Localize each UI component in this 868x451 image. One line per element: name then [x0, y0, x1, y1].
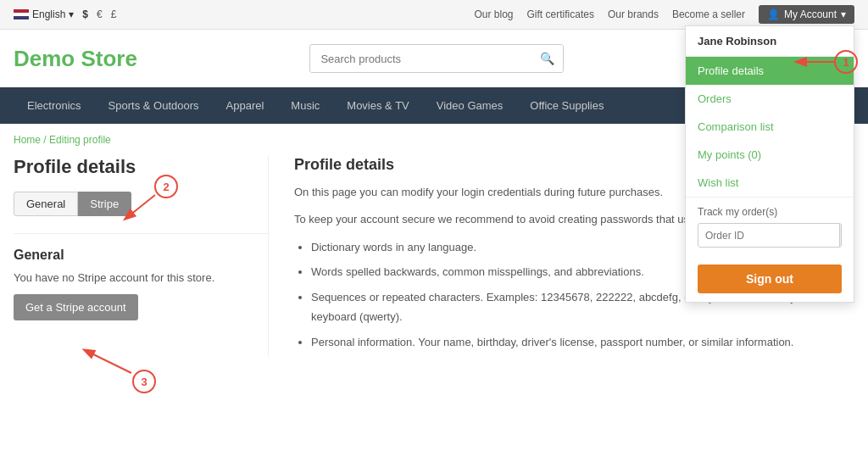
left-panel: Profile details General Stripe General Y…	[14, 156, 268, 357]
get-stripe-account-button[interactable]: Get a Stripe account	[14, 294, 138, 320]
dropdown-user-name: Jane Robinson	[686, 26, 854, 57]
sign-out-button[interactable]: Sign out	[698, 264, 842, 293]
my-account-label: My Account	[784, 8, 837, 20]
nav-gift[interactable]: Gift certificates	[527, 8, 594, 20]
currency-gbp[interactable]: £	[111, 8, 117, 20]
breadcrumb-current: Editing profile	[49, 134, 111, 146]
track-order-section: Track my order(s) ▶	[686, 197, 854, 256]
search-input[interactable]	[310, 46, 531, 72]
nav-seller[interactable]: Become a seller	[672, 8, 745, 20]
list-item: Personal information. Your name, birthda…	[311, 332, 854, 352]
track-order-button[interactable]: ▶	[839, 224, 842, 247]
chevron-down-icon: ▾	[69, 8, 74, 20]
breadcrumb-home[interactable]: Home	[14, 134, 41, 146]
divider	[14, 233, 268, 234]
nav-office[interactable]: Office Supplies	[516, 87, 617, 124]
nav-video-games[interactable]: Video Games	[423, 87, 517, 124]
stripe-text: You have no Stripe account for this stor…	[14, 271, 268, 284]
dropdown-wishlist[interactable]: Wish list	[686, 169, 854, 197]
page-title: Profile details	[14, 156, 268, 178]
my-account-button[interactable]: 👤 My Account ▾	[759, 5, 854, 24]
dropdown-orders[interactable]: Orders	[686, 85, 854, 113]
logo-demo: Demo	[14, 46, 75, 71]
logo-store: Store	[75, 46, 137, 71]
nav-movies[interactable]: Movies & TV	[333, 87, 422, 124]
nav-brands[interactable]: Our brands	[608, 8, 659, 20]
account-dropdown: Jane Robinson Profile details Orders Com…	[685, 25, 854, 303]
order-id-input[interactable]	[698, 225, 839, 247]
dropdown-points[interactable]: My points (0)	[686, 141, 854, 169]
nav-blog[interactable]: Our blog	[475, 8, 514, 20]
track-order-input-wrapper: ▶	[698, 223, 842, 248]
top-bar-left: English ▾ $ € £	[14, 8, 116, 20]
flag-icon	[14, 9, 29, 19]
section-title: General	[14, 248, 268, 263]
tab-general[interactable]: General	[14, 192, 78, 216]
track-order-label: Track my order(s)	[698, 206, 842, 218]
currency-usd[interactable]: $	[82, 8, 88, 20]
tab-stripe[interactable]: Stripe	[78, 192, 131, 216]
top-bar-right: Our blog Gift certificates Our brands Be…	[475, 5, 855, 24]
search-button[interactable]: 🔍	[531, 45, 563, 72]
nav-music[interactable]: Music	[277, 87, 333, 124]
nav-electronics[interactable]: Electronics	[14, 87, 95, 124]
dropdown-comparison[interactable]: Comparison list	[686, 113, 854, 141]
tab-buttons: General Stripe	[14, 192, 268, 216]
search-bar: 🔍	[309, 44, 564, 73]
nav-apparel[interactable]: Apparel	[213, 87, 278, 124]
language-label: English	[32, 8, 65, 20]
currency-eur[interactable]: €	[97, 8, 103, 20]
chevron-down-icon: ▾	[841, 8, 846, 20]
dropdown-profile[interactable]: Profile details	[686, 57, 854, 85]
logo[interactable]: Demo Store	[14, 46, 137, 72]
nav-sports[interactable]: Sports & Outdoors	[95, 87, 213, 124]
language-selector[interactable]: English ▾	[14, 8, 74, 20]
person-icon: 👤	[767, 8, 780, 20]
